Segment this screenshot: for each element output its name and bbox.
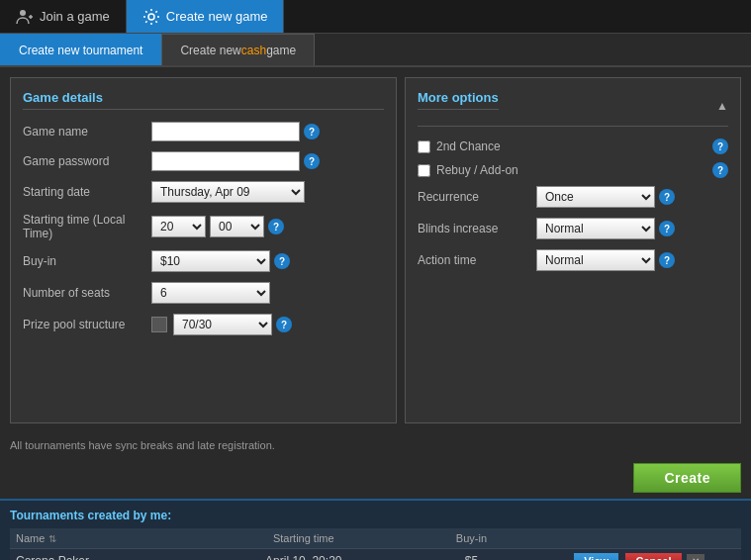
chance-checkbox[interactable] bbox=[418, 140, 430, 153]
create-button[interactable]: Create bbox=[633, 463, 741, 493]
recurrence-control: Once Daily Weekly ? bbox=[536, 186, 728, 208]
starting-time-control: 20 00 ? bbox=[151, 216, 384, 237]
game-password-control: ? bbox=[151, 151, 384, 171]
blinds-row: Blinds increase Normal Slow Fast Turbo ? bbox=[418, 218, 728, 239]
starting-date-label: Starting date bbox=[23, 185, 151, 199]
tournaments-rows: Corona Poker April 10, 20:30 $5 View Can… bbox=[10, 549, 741, 560]
seats-row: Number of seats 6 2489 bbox=[23, 282, 384, 304]
footer-note: All tournaments have sync breaks and lat… bbox=[0, 433, 751, 457]
join-game-label: Join a game bbox=[40, 9, 110, 24]
action-help[interactable]: ? bbox=[659, 252, 675, 268]
starting-hour-select[interactable]: 20 bbox=[151, 216, 206, 237]
chance-help[interactable]: ? bbox=[712, 139, 728, 154]
row-starting: April 10, 20:30 bbox=[208, 554, 400, 560]
game-details-panel: Game details Game name ? Game password ?… bbox=[10, 77, 397, 423]
tournaments-section: Tournaments created by me: Name ⇅ Starti… bbox=[0, 499, 751, 560]
action-row: Action time Normal Slow Fast ? bbox=[418, 249, 728, 271]
starting-date-select[interactable]: Thursday, Apr 09 bbox=[151, 181, 305, 203]
recurrence-select[interactable]: Once Daily Weekly bbox=[536, 186, 655, 208]
buyin-control: $10 $5 $20 $50 ? bbox=[151, 250, 384, 272]
prize-label: Prize pool structure bbox=[23, 318, 151, 331]
person-icon bbox=[16, 8, 34, 26]
game-name-row: Game name ? bbox=[23, 122, 384, 141]
tournaments-title: Tournaments created by me: bbox=[10, 509, 741, 522]
main-content: Game details Game name ? Game password ?… bbox=[0, 67, 751, 433]
game-name-control: ? bbox=[151, 122, 384, 141]
tab-cash-highlight: cash bbox=[241, 44, 266, 57]
prize-select[interactable]: 70/30 60/40 50/30/20 bbox=[173, 314, 272, 335]
create-game-btn[interactable]: Create new game bbox=[127, 0, 285, 33]
game-name-input[interactable] bbox=[151, 122, 300, 141]
starting-date-row: Starting date Thursday, Apr 09 bbox=[23, 181, 384, 203]
top-nav: Join a game Create new game bbox=[0, 0, 751, 34]
game-details-title: Game details bbox=[23, 90, 384, 110]
collapse-icon[interactable]: ▲ bbox=[716, 99, 728, 113]
tab-row: Create new tournament Create new cash ga… bbox=[0, 34, 751, 67]
starting-date-control: Thursday, Apr 09 bbox=[151, 181, 384, 203]
recurrence-row: Recurrence Once Daily Weekly ? bbox=[418, 186, 728, 208]
recurrence-label: Recurrence bbox=[418, 190, 536, 204]
prize-row: Prize pool structure 70/30 60/40 50/30/2… bbox=[23, 314, 384, 335]
action-select[interactable]: Normal Slow Fast bbox=[536, 249, 655, 271]
gear-icon bbox=[142, 8, 160, 26]
more-options-title: More options bbox=[418, 90, 499, 110]
buyin-help[interactable]: ? bbox=[274, 253, 290, 269]
seats-select[interactable]: 6 2489 bbox=[151, 282, 270, 304]
footer-note-text: All tournaments have sync breaks and lat… bbox=[10, 439, 275, 451]
svg-point-0 bbox=[20, 10, 26, 16]
chance-label: 2nd Chance bbox=[436, 140, 501, 153]
starting-time-row: Starting time (Local Time) 20 00 ? bbox=[23, 213, 384, 240]
game-password-row: Game password ? bbox=[23, 151, 384, 171]
view-button[interactable]: View bbox=[574, 553, 618, 560]
starting-time-help[interactable]: ? bbox=[268, 219, 284, 234]
starting-minute-select[interactable]: 00 bbox=[210, 216, 264, 237]
seats-label: Number of seats bbox=[23, 286, 151, 300]
header-buyin: Buy-in bbox=[400, 532, 543, 544]
join-game-btn[interactable]: Join a game bbox=[0, 0, 127, 33]
svg-point-3 bbox=[148, 14, 154, 20]
seats-control: 6 2489 bbox=[151, 282, 384, 304]
action-label: Action time bbox=[418, 253, 536, 267]
header-name: Name ⇅ bbox=[16, 532, 208, 544]
game-name-label: Game name bbox=[23, 125, 151, 139]
tab-tournament-label: Create new tournament bbox=[19, 44, 142, 57]
create-game-label: Create new game bbox=[166, 9, 268, 24]
header-starting: Starting time bbox=[208, 532, 400, 544]
create-row: Create bbox=[0, 457, 751, 499]
tab-cash-game[interactable]: Create new cash game bbox=[161, 34, 315, 65]
blinds-help[interactable]: ? bbox=[659, 221, 675, 236]
tab-tournament[interactable]: Create new tournament bbox=[0, 34, 161, 65]
row-name: Corona Poker bbox=[16, 554, 208, 560]
game-password-label: Game password bbox=[23, 154, 151, 168]
blinds-label: Blinds increase bbox=[418, 222, 536, 235]
more-options-panel: More options ▲ 2nd Chance ? Rebuy / Add-… bbox=[405, 77, 741, 423]
chance-row: 2nd Chance ? bbox=[418, 139, 728, 154]
cancel-button[interactable]: Cancel bbox=[625, 553, 681, 560]
blinds-select[interactable]: Normal Slow Fast Turbo bbox=[536, 218, 655, 239]
action-control: Normal Slow Fast ? bbox=[536, 249, 728, 271]
grid-icon[interactable] bbox=[151, 317, 167, 332]
row-actions: View Cancel ✕ bbox=[543, 553, 735, 560]
rebuy-row: Rebuy / Add-on ? bbox=[418, 162, 728, 178]
row-buyin: $5 bbox=[400, 554, 543, 560]
rebuy-label: Rebuy / Add-on bbox=[436, 163, 518, 177]
buyin-label: Buy-in bbox=[23, 254, 151, 268]
game-password-help[interactable]: ? bbox=[304, 153, 320, 169]
close-button[interactable]: ✕ bbox=[687, 554, 704, 560]
game-password-input[interactable] bbox=[151, 151, 300, 171]
game-name-help[interactable]: ? bbox=[304, 124, 320, 140]
recurrence-help[interactable]: ? bbox=[659, 189, 675, 205]
sort-icon: ⇅ bbox=[48, 533, 56, 544]
more-options-title-row: More options ▲ bbox=[418, 90, 728, 127]
prize-help[interactable]: ? bbox=[276, 317, 292, 332]
table-row: Corona Poker April 10, 20:30 $5 View Can… bbox=[10, 549, 741, 560]
rebuy-checkbox[interactable] bbox=[418, 164, 430, 177]
tab-cash-label-post: game bbox=[266, 44, 296, 57]
blinds-control: Normal Slow Fast Turbo ? bbox=[536, 218, 728, 239]
buyin-select[interactable]: $10 $5 $20 $50 bbox=[151, 250, 270, 272]
buyin-row: Buy-in $10 $5 $20 $50 ? bbox=[23, 250, 384, 272]
rebuy-help[interactable]: ? bbox=[712, 162, 728, 178]
starting-time-label: Starting time (Local Time) bbox=[23, 213, 151, 240]
prize-control: 70/30 60/40 50/30/20 ? bbox=[151, 314, 384, 335]
table-header: Name ⇅ Starting time Buy-in bbox=[10, 528, 741, 549]
